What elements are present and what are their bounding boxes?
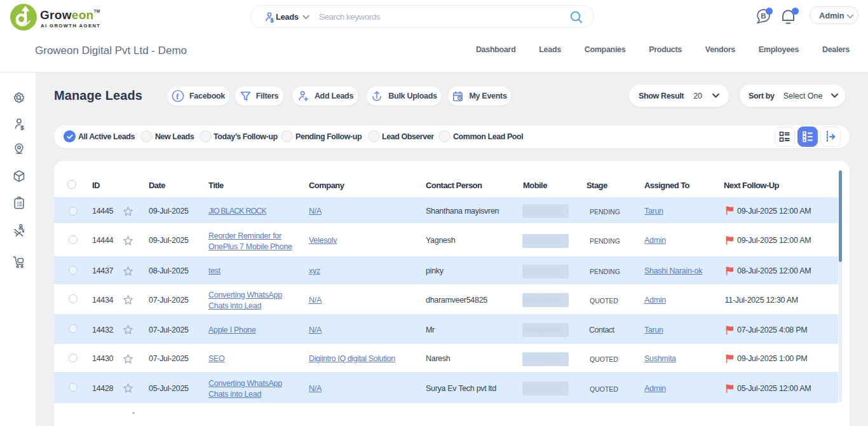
- svg-text:B: B: [761, 12, 766, 20]
- svg-text:f: f: [176, 92, 179, 101]
- svg-text:$: $: [271, 17, 274, 24]
- svg-text:$: $: [20, 124, 24, 131]
